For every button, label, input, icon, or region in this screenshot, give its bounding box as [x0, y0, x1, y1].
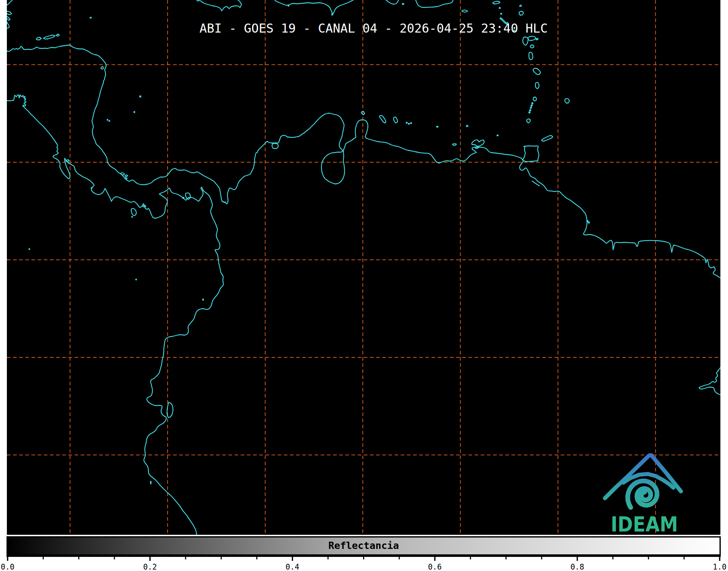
ideam-logo: IDEAM: [594, 445, 691, 536]
coastline: [462, 10, 467, 12]
coastline: [7, 0, 12, 5]
colorbar-tick-label: 0.4: [286, 563, 299, 571]
colorbar-label: Reflectancia: [328, 540, 399, 551]
coastline: [288, 5, 289, 6]
coastline: [402, 3, 404, 5]
coastline: [386, 0, 399, 4]
map-title: ABI - GOES 19 - CANAL 04 - 2026-04-25 23…: [199, 21, 548, 35]
coastline: [493, 1, 500, 4]
coastline: [588, 222, 589, 223]
colorbar-tick-label: 0.0: [1, 563, 14, 571]
figure: ABI - GOES 19 - CANAL 04 - 2026-04-25 23…: [0, 0, 728, 571]
coastline: [522, 146, 539, 161]
coastline: [406, 122, 407, 123]
coastline: [466, 125, 468, 127]
logo-text: IDEAM: [611, 512, 678, 536]
coastline: [529, 52, 533, 60]
coastline: [140, 96, 141, 97]
coastline: [535, 83, 539, 89]
coastline: [125, 178, 127, 179]
logo-spiral-icon: [628, 481, 657, 507]
coastline: [394, 117, 397, 123]
coastline: [121, 173, 125, 175]
coastline: [197, 0, 241, 11]
coastline: [528, 36, 536, 41]
coastline: [532, 103, 533, 104]
coastline: [472, 140, 484, 146]
coastline: [109, 121, 110, 121]
coastline: [332, 14, 333, 15]
coastline: [379, 116, 386, 123]
coastline: [7, 22, 9, 28]
coastline: [107, 119, 108, 120]
coastline: [437, 126, 438, 127]
coastline: [527, 119, 530, 123]
coastline: [203, 299, 203, 300]
coastline: [131, 209, 136, 216]
coastline: [134, 112, 135, 113]
coastline: [453, 144, 456, 146]
coastline: [67, 160, 69, 161]
logo-spiral-center-icon: [642, 490, 647, 494]
coastline: [519, 11, 523, 15]
coastline: [132, 217, 132, 217]
coastline: [529, 112, 530, 113]
coastline: [136, 279, 136, 280]
colorbar-tick-label: 0.2: [143, 563, 157, 571]
coastline: [475, 147, 479, 148]
coastline: [499, 8, 500, 8]
coastline: [416, 0, 453, 8]
coastline: [530, 45, 534, 48]
coastline: [497, 135, 498, 136]
coastline: [501, 13, 502, 14]
colorbar: Reflectancia: [7, 536, 721, 563]
coastline: [531, 105, 532, 106]
coastline: [536, 38, 538, 40]
coastline: [523, 37, 528, 45]
coastline: [533, 97, 536, 101]
coastline: [56, 34, 59, 36]
coastline: [90, 17, 91, 18]
coastline: [125, 175, 128, 177]
coastline: [36, 37, 41, 40]
coastline: [7, 45, 720, 278]
coastline: [29, 249, 30, 249]
coastline: [7, 17, 10, 20]
coastline: [408, 123, 409, 124]
coastline: [565, 98, 569, 103]
coastline: [520, 5, 521, 7]
coastline: [275, 0, 353, 14]
coastline: [91, 188, 92, 188]
coastline: [7, 95, 223, 535]
coastline: [101, 67, 104, 69]
colorbar-tick-label: 0.6: [428, 563, 442, 571]
coastline: [7, 11, 12, 14]
coastline: [530, 107, 531, 108]
coastline: [411, 123, 412, 123]
coastline: [542, 136, 553, 142]
coastline: [43, 35, 55, 39]
colorbar-tick-label: 1.0: [713, 563, 727, 571]
colorbar-tick-label: 0.8: [571, 563, 584, 571]
coastline: [699, 367, 720, 395]
coastline: [151, 481, 151, 484]
coastline: [272, 143, 278, 149]
coastline: [530, 110, 531, 111]
coastline: [533, 68, 540, 75]
